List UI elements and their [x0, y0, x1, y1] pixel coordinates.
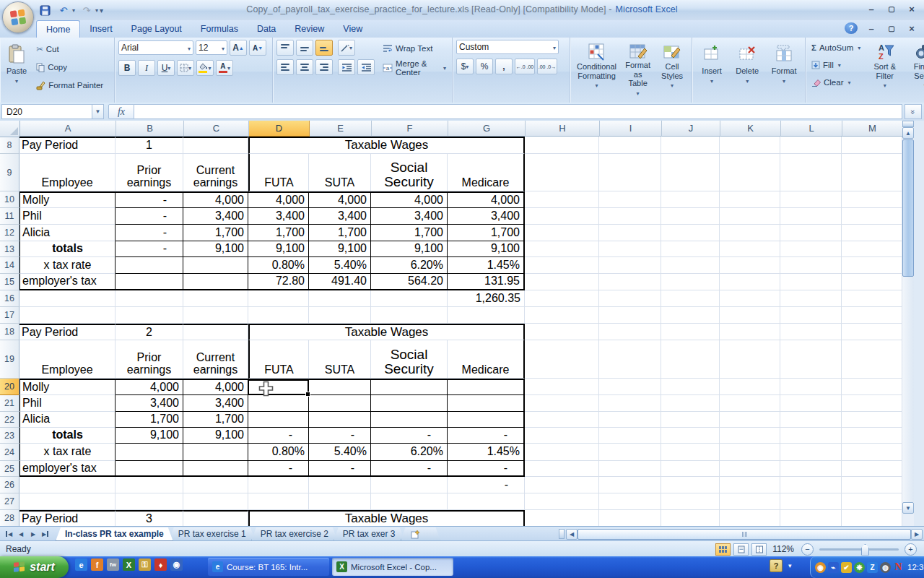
- cell-G14[interactable]: 1.45%: [448, 257, 525, 274]
- shrink-font-button[interactable]: A▼: [249, 40, 266, 56]
- cell-G22[interactable]: [448, 412, 525, 428]
- column-header-M[interactable]: M: [842, 121, 903, 137]
- cell-C22[interactable]: 1,700: [183, 412, 248, 428]
- cell-J12[interactable]: [661, 225, 720, 241]
- column-header-E[interactable]: E: [310, 121, 372, 137]
- quicklaunch-red-app-icon[interactable]: ♦: [154, 558, 167, 571]
- cell-I24[interactable]: [599, 444, 661, 461]
- zoom-slider-thumb[interactable]: [861, 544, 869, 556]
- cell-C17[interactable]: [183, 307, 248, 324]
- cell-J28[interactable]: [661, 510, 720, 526]
- cell-M11[interactable]: [842, 208, 902, 225]
- row-header-12[interactable]: 12: [0, 225, 19, 241]
- restore-button[interactable]: ▢: [885, 3, 898, 14]
- cell-I18[interactable]: [599, 324, 661, 340]
- cell-A27[interactable]: [19, 493, 116, 510]
- cell-G24[interactable]: 1.45%: [448, 444, 525, 461]
- redo-dropdown[interactable]: ▾: [95, 7, 98, 14]
- quicklaunch-internet-explorer-icon[interactable]: e: [75, 558, 87, 571]
- cell-A13[interactable]: totals: [19, 241, 116, 257]
- cell-D26[interactable]: [248, 477, 309, 493]
- cell-F9[interactable]: Social Security: [371, 154, 448, 191]
- cell-L8[interactable]: [780, 137, 842, 154]
- cell-I27[interactable]: [599, 493, 661, 510]
- quicklaunch-messenger-app-icon[interactable]: ◉: [170, 558, 183, 571]
- cell-H24[interactable]: [525, 444, 599, 461]
- cell-E25[interactable]: -: [309, 461, 371, 477]
- cell-D18[interactable]: Taxable Wages: [248, 324, 525, 340]
- expand-formula-bar-button[interactable]: »: [905, 104, 922, 119]
- cell-L28[interactable]: [780, 510, 842, 526]
- customize-qat-button[interactable]: ▾: [100, 7, 103, 14]
- cell-B27[interactable]: [116, 493, 183, 510]
- cell-G23[interactable]: -: [448, 428, 525, 444]
- insert-function-button[interactable]: fx: [108, 104, 134, 119]
- insert-cells-button[interactable]: Insert: [696, 40, 728, 92]
- paste-button[interactable]: Paste: [4, 40, 30, 92]
- cell-A28[interactable]: Pay Period: [19, 510, 116, 526]
- tab-split-handle[interactable]: [559, 529, 565, 539]
- tab-data[interactable]: Data: [248, 20, 285, 37]
- tray-wrench-app-icon[interactable]: ⌁: [828, 562, 839, 573]
- cell-B25[interactable]: [116, 461, 183, 477]
- comma-style-button[interactable]: ,: [495, 59, 513, 74]
- increase-decimal-button[interactable]: ←.0 .00: [515, 59, 535, 74]
- cell-K9[interactable]: [720, 154, 780, 191]
- vertical-split-handle[interactable]: [902, 121, 914, 127]
- cell-C25[interactable]: [183, 461, 248, 477]
- cell-M18[interactable]: [842, 324, 902, 340]
- cell-D20[interactable]: [248, 379, 309, 395]
- cell-B8[interactable]: 1: [116, 137, 183, 154]
- cell-I19[interactable]: [599, 340, 661, 379]
- cell-E12[interactable]: 1,700: [309, 225, 371, 241]
- wrap-text-button[interactable]: Wrap Text: [380, 40, 448, 56]
- cell-I15[interactable]: [599, 274, 661, 290]
- row-header-14[interactable]: 14: [0, 257, 19, 274]
- font-name-combo[interactable]: Arial: [118, 40, 193, 55]
- cell-H8[interactable]: [525, 137, 599, 154]
- cell-B26[interactable]: [116, 477, 183, 493]
- cell-F20[interactable]: [371, 379, 448, 395]
- cell-M17[interactable]: [842, 307, 902, 324]
- column-header-F[interactable]: F: [372, 121, 448, 137]
- cell-D21[interactable]: [248, 395, 309, 412]
- cell-C11[interactable]: 3,400: [183, 208, 248, 225]
- cell-B13[interactable]: -: [116, 241, 183, 257]
- cell-I9[interactable]: [599, 154, 661, 191]
- zoom-slider[interactable]: [819, 548, 899, 551]
- cell-J22[interactable]: [661, 412, 720, 428]
- cell-L25[interactable]: [780, 461, 842, 477]
- cell-E24[interactable]: 5.40%: [309, 444, 371, 461]
- cell-F17[interactable]: [371, 307, 448, 324]
- sheet-tab-4[interactable]: PR tax exer 3: [334, 527, 405, 541]
- quicklaunch-fw-app-icon[interactable]: fw: [107, 558, 119, 571]
- cell-F10[interactable]: 4,000: [371, 191, 448, 208]
- cell-M23[interactable]: [842, 428, 902, 444]
- cell-L11[interactable]: [780, 208, 842, 225]
- scroll-up-button[interactable]: ▲: [902, 127, 914, 139]
- cell-C23[interactable]: 9,100: [183, 428, 248, 444]
- cell-D15[interactable]: 72.80: [248, 274, 309, 290]
- task-button[interactable]: XMicrosoft Excel - Cop...: [332, 558, 453, 576]
- cell-E10[interactable]: 4,000: [309, 191, 371, 208]
- format-cells-button[interactable]: Format: [767, 40, 801, 92]
- redo-button[interactable]: ↷: [79, 4, 94, 17]
- help-button[interactable]: ?: [845, 22, 858, 34]
- autosum-button[interactable]: Σ AutoSum: [809, 40, 863, 56]
- cell-B23[interactable]: 9,100: [116, 428, 183, 444]
- sheet-tab-3[interactable]: PR tax exercise 2: [251, 527, 338, 541]
- cell-F19[interactable]: Social Security: [371, 340, 448, 379]
- number-format-combo[interactable]: Custom: [456, 40, 559, 54]
- cell-C13[interactable]: 9,100: [183, 241, 248, 257]
- row-header-17[interactable]: 17: [0, 307, 19, 324]
- cell-H21[interactable]: [525, 395, 599, 412]
- align-bottom-button[interactable]: [315, 40, 333, 56]
- fill-handle[interactable]: [305, 392, 310, 397]
- cell-I16[interactable]: [599, 290, 661, 307]
- cell-D17[interactable]: [248, 307, 309, 324]
- cell-H9[interactable]: [525, 154, 599, 191]
- row-header-16[interactable]: 16: [0, 290, 19, 307]
- zoom-out-button[interactable]: −: [801, 543, 814, 556]
- cell-F25[interactable]: -: [371, 461, 448, 477]
- cell-M19[interactable]: [842, 340, 902, 379]
